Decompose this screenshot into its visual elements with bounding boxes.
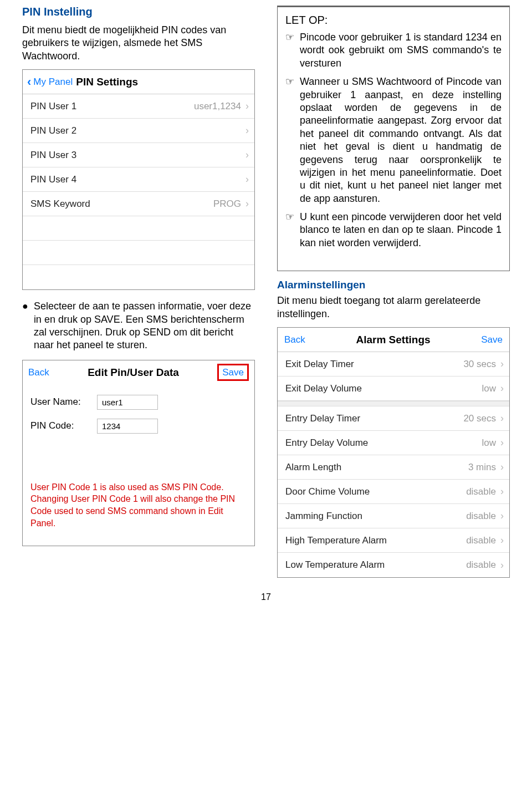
empty-row bbox=[23, 216, 254, 241]
row-label: SMS Keyword bbox=[30, 199, 90, 210]
row-value: disable bbox=[466, 511, 496, 522]
row-value: user1,1234 bbox=[194, 101, 241, 112]
notice-title: LET OP: bbox=[285, 14, 502, 27]
pin-user-3-row[interactable]: PIN User 3 › bbox=[23, 143, 254, 167]
row-label: PIN User 2 bbox=[30, 125, 76, 136]
row-label: PIN User 3 bbox=[30, 150, 76, 161]
bullet-text: Selecteer de aan te passen informatie, v… bbox=[34, 300, 255, 352]
section-heading-pin: PIN Instelling bbox=[22, 6, 255, 18]
row-label: PIN User 1 bbox=[30, 101, 76, 112]
chevron-right-icon: › bbox=[500, 486, 504, 497]
hand-point-icon: ☞ bbox=[285, 75, 294, 205]
row-label: Exit Delay Volume bbox=[285, 383, 362, 394]
row-value: 20 secs bbox=[463, 413, 496, 424]
chevron-right-icon: › bbox=[500, 510, 504, 522]
chevron-right-icon: › bbox=[245, 125, 249, 136]
entry-delay-timer-row[interactable]: Entry Delay Timer 20 secs› bbox=[278, 406, 509, 431]
row-value: disable bbox=[466, 486, 496, 497]
row-value: 3 mins bbox=[468, 462, 496, 473]
save-button[interactable]: Save bbox=[222, 367, 244, 378]
chevron-right-icon: › bbox=[245, 100, 249, 112]
row-label: Jamming Function bbox=[285, 511, 362, 522]
row-label: Alarm Length bbox=[285, 462, 341, 473]
row-label: Entry Delay Volume bbox=[285, 437, 368, 449]
back-label: My Panel bbox=[33, 77, 73, 88]
pin-user-4-row[interactable]: PIN User 4 › bbox=[23, 167, 254, 192]
entry-delay-volume-row[interactable]: Entry Delay Volume low› bbox=[278, 431, 509, 455]
pin-settings-panel: ‹ My Panel PIN Settings PIN User 1 user1… bbox=[22, 69, 255, 290]
chevron-right-icon: › bbox=[500, 413, 504, 424]
pincode-input[interactable] bbox=[97, 419, 158, 434]
back-button-mypanel[interactable]: ‹ My Panel bbox=[27, 76, 73, 88]
exit-delay-timer-row[interactable]: Exit Delay Timer 30 secs› bbox=[278, 352, 509, 376]
exit-delay-volume-row[interactable]: Exit Delay Volume low› bbox=[278, 376, 509, 401]
pin-user-2-row[interactable]: PIN User 2 › bbox=[23, 119, 254, 143]
alarm-intro: Dit menu biedt toegang tot alarm gerelat… bbox=[277, 294, 510, 320]
row-value: PROG bbox=[213, 199, 241, 210]
hand-point-icon: ☞ bbox=[285, 211, 294, 250]
jamming-function-row[interactable]: Jamming Function disable› bbox=[278, 504, 509, 528]
panel-title: PIN Settings bbox=[76, 76, 138, 88]
notice-box: LET OP: ☞ Pincode voor gebruiker 1 is st… bbox=[277, 6, 510, 271]
row-label: PIN User 4 bbox=[30, 174, 76, 185]
empty-row bbox=[23, 241, 254, 265]
chevron-left-icon: ‹ bbox=[27, 76, 31, 88]
instruction-bullet: ● Selecteer de aan te passen informatie,… bbox=[22, 300, 255, 352]
notice-text: Pincode voor gebruiker 1 is standard 123… bbox=[300, 31, 502, 70]
low-temp-alarm-row[interactable]: Low Temperature Alarm disable› bbox=[278, 553, 509, 577]
chevron-right-icon: › bbox=[500, 461, 504, 473]
door-chime-volume-row[interactable]: Door Chime Volume disable› bbox=[278, 480, 509, 504]
chevron-right-icon: › bbox=[245, 149, 249, 161]
save-highlight-box: Save bbox=[217, 364, 249, 381]
row-value: 30 secs bbox=[463, 359, 496, 370]
chevron-right-icon: › bbox=[245, 174, 249, 185]
warning-note: User PIN Code 1 is also used as SMS PIN … bbox=[23, 481, 254, 529]
row-label: Entry Delay Timer bbox=[285, 413, 360, 424]
bullet-icon: ● bbox=[22, 300, 28, 352]
row-value: low bbox=[482, 437, 496, 449]
row-label: Exit Delay Timer bbox=[285, 359, 354, 370]
chevron-right-icon: › bbox=[500, 437, 504, 449]
username-input[interactable] bbox=[97, 395, 158, 410]
alarm-length-row[interactable]: Alarm Length 3 mins› bbox=[278, 455, 509, 480]
save-button[interactable]: Save bbox=[481, 334, 503, 345]
username-label: User Name: bbox=[30, 396, 97, 408]
panel-title: Edit Pin/User Data bbox=[88, 367, 179, 379]
back-button[interactable]: Back bbox=[28, 367, 49, 378]
row-value: disable bbox=[466, 535, 496, 546]
notice-text: Wanneer u SMS Wachtwoord of Pincode van … bbox=[300, 75, 502, 205]
edit-pin-panel: Back Edit Pin/User Data Save User Name: … bbox=[22, 360, 255, 546]
back-button[interactable]: Back bbox=[284, 334, 305, 345]
page-number: 17 bbox=[22, 592, 510, 602]
chevron-right-icon: › bbox=[500, 383, 504, 394]
panel-title: Alarm Settings bbox=[356, 334, 430, 346]
chevron-right-icon: › bbox=[500, 535, 504, 546]
row-value: low bbox=[482, 383, 496, 394]
row-label: High Temperature Alarm bbox=[285, 535, 387, 546]
hand-point-icon: ☞ bbox=[285, 31, 294, 70]
chevron-right-icon: › bbox=[245, 198, 249, 210]
section-heading-alarm: Alarminstellingen bbox=[277, 279, 510, 291]
row-label: Low Temperature Alarm bbox=[285, 559, 385, 571]
group-separator bbox=[278, 401, 509, 406]
pin-user-1-row[interactable]: PIN User 1 user1,1234 › bbox=[23, 94, 254, 119]
alarm-settings-panel: Back Alarm Settings Save Exit Delay Time… bbox=[277, 327, 510, 578]
high-temp-alarm-row[interactable]: High Temperature Alarm disable› bbox=[278, 528, 509, 553]
row-value: disable bbox=[466, 559, 496, 571]
intro-text: Dit menu biedt de mogelijkheid PIN codes… bbox=[22, 24, 255, 63]
empty-row bbox=[23, 265, 254, 289]
pincode-label: PIN Code: bbox=[30, 420, 97, 431]
sms-keyword-row[interactable]: SMS Keyword PROG › bbox=[23, 192, 254, 216]
chevron-right-icon: › bbox=[500, 559, 504, 571]
chevron-right-icon: › bbox=[500, 358, 504, 370]
notice-text: U kunt een pincode verwijderen door het … bbox=[300, 211, 502, 250]
row-label: Door Chime Volume bbox=[285, 486, 370, 497]
